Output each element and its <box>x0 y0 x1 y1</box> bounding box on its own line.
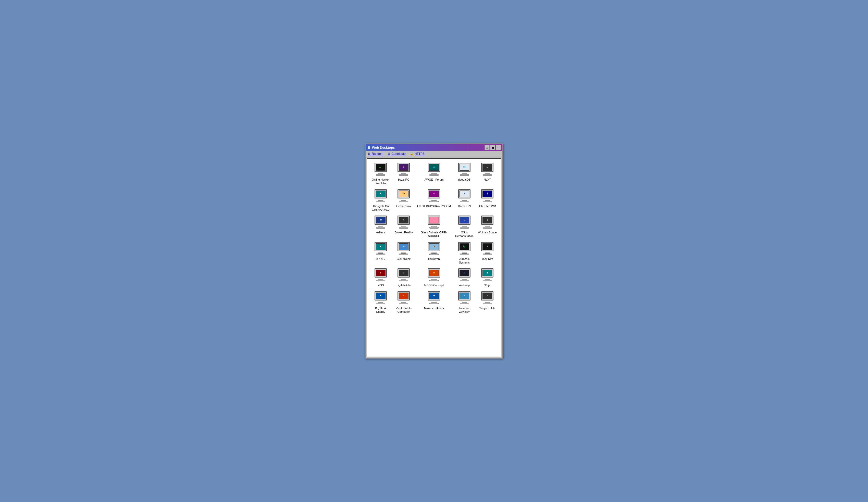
desktop-item[interactable]: ⊙ RaccOS 9 <box>454 188 475 213</box>
screen-content: ⬡ <box>460 217 469 223</box>
monitor: ♦ <box>428 216 440 225</box>
close-button[interactable]: ← <box>496 145 501 150</box>
desktop-item[interactable]: F FLEXEDUPSHAWTY.COM <box>416 188 452 213</box>
monitor-stand <box>460 253 469 255</box>
screen: 🌐 <box>459 164 469 171</box>
computer-icon: ⊞ <box>373 291 388 305</box>
desktop-label: baz's PC <box>398 178 409 181</box>
desktop-item[interactable]: N NeXT <box>477 162 498 186</box>
desktop-item[interactable]: ⊛ Whimsy Space <box>477 215 498 239</box>
monitor: ☁ <box>397 242 410 251</box>
desktop-item[interactable]: ≋ Broken Reality <box>393 215 414 239</box>
desktop-item[interactable]: ☁ CloudDesk <box>393 241 414 265</box>
screen: J <box>483 243 492 250</box>
screen: >>_ <box>376 164 385 171</box>
desktop-label: Whimsy Space <box>478 231 496 234</box>
desktop-item[interactable]: V Vivek Patel - Computer <box>393 290 414 315</box>
screen: Y <box>483 293 492 299</box>
desktop-item[interactable]: 🦕 Jurassic Systems <box>454 241 475 265</box>
desktop-item[interactable]: >>_ Online Hacker Simulator <box>370 162 391 186</box>
desktop-item[interactable]: ♦ Glass Animals OPEN SOURCE <box>416 215 452 239</box>
monitor-base <box>432 200 436 201</box>
content-area[interactable]: >>_ Online Hacker Simulator ✦ baz's PC ⊙ <box>366 158 502 357</box>
screen-content: M <box>430 270 438 276</box>
monitor: ⊙ <box>458 189 471 198</box>
desktop-item[interactable]: ⊞ Maxime Elkael - <box>416 290 452 315</box>
window-title: Web Desktops <box>372 146 395 149</box>
desktop-item[interactable]: ⊞ 98 KAGE <box>370 241 391 265</box>
desktop-label: AWGE - Forum <box>425 178 444 181</box>
screen: ⊛ <box>483 217 492 223</box>
monitor: ≋ <box>397 216 410 225</box>
monitor: ⊙ <box>397 268 410 278</box>
desktop-label: MSOS Concept <box>424 283 444 287</box>
computer-icon: J <box>480 242 495 256</box>
desktop-item[interactable]: M MSOS Concept <box>416 267 452 288</box>
desktop-item[interactable]: J Jonathan Zavialov <box>454 290 475 315</box>
desktop-item[interactable]: ♫ Webamp <box>454 267 475 288</box>
monitor: F <box>428 189 440 198</box>
title-bar: 🖥 Web Desktops ▲ ▦ ← <box>365 144 503 151</box>
monitor-stand <box>460 201 469 202</box>
desktop-item[interactable]: 🐧 linuxWeb <box>416 241 452 265</box>
monitor: J <box>458 291 471 301</box>
desktop-item[interactable]: ⊙ digital-r41n <box>393 267 414 288</box>
screen: 🦕 <box>459 243 469 250</box>
monitor: 🦕 <box>458 242 471 251</box>
computer-icon: ☁ <box>396 242 411 256</box>
desktop-item[interactable]: Y Yahya J. Aifit <box>477 290 498 315</box>
icon-grid: >>_ Online Hacker Simulator ✦ baz's PC ⊙ <box>369 161 499 315</box>
screen: 🐧 <box>429 243 439 250</box>
screen: ⊞ <box>483 270 492 276</box>
desktop-item[interactable]: ⊞ Thoughts On Glitch[Art]v2.0 <box>370 188 391 213</box>
screen: M <box>429 270 439 276</box>
computer-icon: ≋ <box>396 216 411 230</box>
monitor-stand <box>483 174 492 176</box>
desktop-item[interactable]: 😎 Geek Prank <box>393 188 414 213</box>
https-menu-item[interactable]: 🔒 HTTPS <box>410 152 425 156</box>
desktop-item[interactable]: 🌐 daedalOS <box>454 162 475 186</box>
computer-icon: 🐧 <box>426 242 442 256</box>
desktop-item[interactable]: ⊞ Big Desk Energy <box>370 290 391 315</box>
screen-content: F <box>430 191 438 197</box>
desktop-item[interactable]: ✦ baz's PC <box>393 162 414 186</box>
monitor-stand <box>483 303 492 304</box>
monitor: ♫ <box>458 268 471 278</box>
random-menu-item[interactable]: 🖥 Random <box>368 152 383 156</box>
desktop-item[interactable]: ⊞ 98.js <box>477 267 498 288</box>
monitor: J <box>481 242 494 251</box>
monitor-stand <box>483 280 492 281</box>
desktop-label: 98.js <box>484 283 490 287</box>
monitor-stand <box>376 201 385 202</box>
screen-content: 😎 <box>399 191 408 197</box>
computer-icon: ⧫ <box>480 189 495 203</box>
monitor-stand <box>460 174 469 176</box>
desktop-item[interactable]: ⬡ OS.js Demonstration <box>454 215 475 239</box>
screen-content: ⊞ <box>430 293 438 299</box>
screen-content: ☁ <box>399 244 408 250</box>
desktop-item[interactable]: ⧫ AfterStep WM <box>477 188 498 213</box>
computer-icon: ♦ <box>426 216 442 230</box>
computer-icon: ⊛ <box>480 216 495 230</box>
desktop-label: RaccOS 9 <box>458 204 471 208</box>
desktop-label: digital-r41n <box>397 283 411 287</box>
screen: ⊙ <box>459 190 469 197</box>
minimize-button[interactable]: ▲ <box>485 145 489 150</box>
screen-content: ♦ <box>430 217 438 223</box>
desktop-item[interactable]: W waller.is <box>370 215 391 239</box>
computer-icon: 😎 <box>396 189 411 203</box>
monitor-stand <box>430 201 438 202</box>
computer-icon: ⊞ <box>373 189 388 203</box>
desktop-item[interactable]: ⊙ AWGE - Forum <box>416 162 452 186</box>
desktop-item[interactable]: J Jack Kim <box>477 241 498 265</box>
contribute-menu-item[interactable]: 🖥 Contribute <box>387 152 405 156</box>
desktop-label: 98 KAGE <box>375 257 386 261</box>
monitor-stand <box>399 201 408 202</box>
desktop-item[interactable]: ▶ ytOS <box>370 267 391 288</box>
screen: ▶ <box>376 270 385 276</box>
monitor-stand <box>376 280 385 281</box>
monitor-stand <box>430 227 438 229</box>
monitor-stand <box>399 280 408 281</box>
screen-content: ⊞ <box>376 244 385 250</box>
maximize-button[interactable]: ▦ <box>490 145 495 150</box>
